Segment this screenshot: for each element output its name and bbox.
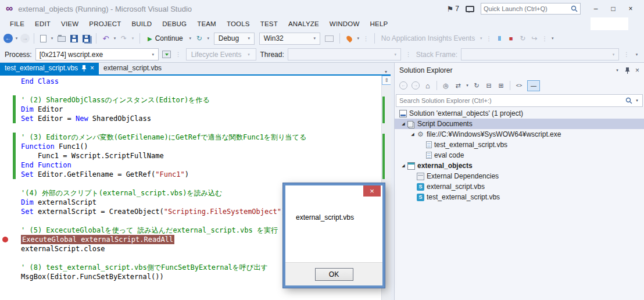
toolbar-grip-icon[interactable]: ⋮ xyxy=(176,51,181,58)
navigate-back-caret-icon[interactable]: ▾ xyxy=(14,36,19,41)
tree-item[interactable]: test_external_script.vbs xyxy=(395,140,644,150)
minimize-button[interactable]: – xyxy=(587,2,604,15)
continue-button[interactable]: ▶ Continue xyxy=(144,34,187,42)
menu-help[interactable]: HELP xyxy=(365,20,393,27)
menu-file[interactable]: FILE xyxy=(5,20,30,27)
redo-caret-icon[interactable]: ▾ xyxy=(130,36,135,41)
insights-caret-icon[interactable]: ▾ xyxy=(356,36,361,41)
menu-team[interactable]: TEAM xyxy=(192,20,221,27)
breakpoint-margin[interactable] xyxy=(0,151,13,160)
tree-item[interactable]: Solution 'external_objects' (1 project) xyxy=(395,108,644,119)
continue-caret-icon[interactable]: ▾ xyxy=(188,36,193,41)
insights-events-caret-icon[interactable]: ▾ xyxy=(478,36,484,41)
sync-with-active-document-icon[interactable]: ⇄ xyxy=(453,80,463,91)
solution-platform-combo[interactable]: Win32 ▾ xyxy=(259,33,320,45)
search-icon[interactable] xyxy=(625,97,632,104)
menu-view[interactable]: VIEW xyxy=(56,20,84,27)
breakpoint-margin[interactable] xyxy=(0,253,13,263)
save-icon[interactable] xyxy=(70,35,78,42)
deploy-target-icon[interactable] xyxy=(325,35,334,42)
quick-launch-input[interactable] xyxy=(484,5,571,12)
forward-icon[interactable]: → xyxy=(410,80,421,91)
menu-debug[interactable]: DEBUG xyxy=(157,20,192,27)
process-icon[interactable] xyxy=(162,51,171,58)
menu-window[interactable]: WINDOW xyxy=(324,20,365,27)
navigate-forward-icon[interactable]: → xyxy=(20,34,30,43)
close-panel-icon[interactable]: × xyxy=(635,66,639,74)
home-icon[interactable]: ⌂ xyxy=(423,80,433,91)
code-line[interactable] xyxy=(0,123,381,133)
stop-debugging-icon[interactable]: ■ xyxy=(506,35,516,42)
code-line[interactable]: End Function xyxy=(0,160,381,170)
split-window-handle-icon[interactable]: ⇕ xyxy=(382,76,391,85)
stack-frame-combo[interactable]: ▾ xyxy=(461,48,619,60)
dialog-ok-button[interactable]: OK xyxy=(315,268,353,281)
tree-item[interactable]: ◢file://C:¥Windows¥SysWOW64¥wscript.exe xyxy=(395,129,644,140)
apply-code-changes-icon[interactable]: ↻ xyxy=(194,34,205,42)
menu-analyze[interactable]: ANALYZE xyxy=(283,20,324,27)
undo-caret-icon[interactable]: ▾ xyxy=(112,36,117,41)
code-line[interactable]: End Class xyxy=(0,77,381,86)
breakpoint-margin[interactable] xyxy=(0,95,13,105)
breakpoint-margin[interactable] xyxy=(0,216,13,226)
breakpoint-margin[interactable] xyxy=(0,179,13,188)
lifecycle-events-button[interactable]: Lifecycle Events ▾ xyxy=(186,48,257,60)
expander-icon[interactable]: ◢ xyxy=(409,132,417,137)
breakpoint-margin[interactable] xyxy=(0,207,13,216)
menu-edit[interactable]: EDIT xyxy=(30,20,56,27)
new-file-icon[interactable] xyxy=(40,35,46,42)
solution-explorer-header[interactable]: Solution Explorer ▾ × xyxy=(395,63,644,78)
pin-icon[interactable] xyxy=(81,65,87,72)
break-all-icon[interactable]: ‖ xyxy=(494,35,505,42)
tab-external-script-vbs[interactable]: external_script.vbs xyxy=(99,62,166,74)
toolbar-grip-icon[interactable]: ⋮ xyxy=(542,35,548,42)
undo-icon[interactable]: ↶ xyxy=(101,34,111,43)
restart-icon[interactable]: ↻ xyxy=(517,34,528,42)
solution-search-input[interactable] xyxy=(399,97,623,104)
dialog-titlebar[interactable]: × xyxy=(285,185,382,198)
quick-launch-box[interactable] xyxy=(481,3,581,15)
collapse-all-icon[interactable]: ⊟ xyxy=(484,80,494,91)
breakpoint-margin[interactable] xyxy=(0,123,13,133)
breakpoint-margin[interactable] xyxy=(0,105,13,114)
tab-list-caret-icon[interactable]: ▾ xyxy=(381,69,391,74)
scope-icon[interactable]: ◎ xyxy=(441,80,451,91)
tree-item[interactable]: External Dependencies xyxy=(395,171,644,181)
step-over-icon[interactable]: ↪ xyxy=(529,34,539,42)
thread-combo[interactable]: ▾ xyxy=(288,48,401,60)
application-insights-icon[interactable] xyxy=(345,34,353,42)
breakpoint-margin[interactable] xyxy=(0,86,13,95)
breakpoint-icon[interactable] xyxy=(2,237,8,242)
toolbar-overflow-icon[interactable]: ▾ xyxy=(550,36,555,41)
toolbar-grip-icon[interactable]: ⋮ xyxy=(406,51,412,58)
pin-icon[interactable] xyxy=(625,67,630,74)
open-file-icon[interactable] xyxy=(58,36,66,42)
apply-caret-icon[interactable]: ▾ xyxy=(206,36,211,41)
code-line[interactable] xyxy=(0,86,381,95)
tree-item[interactable]: external_script.vbs xyxy=(395,181,644,192)
breakpoint-margin[interactable] xyxy=(0,263,13,272)
toolbar-grip-icon[interactable]: ⋮ xyxy=(486,35,492,42)
maximize-button[interactable]: □ xyxy=(604,2,622,15)
tree-item[interactable]: test_external_script.vbs xyxy=(395,192,644,202)
breakpoint-margin[interactable] xyxy=(0,226,13,235)
search-options-caret-icon[interactable]: ▾ xyxy=(635,95,639,106)
tree-item[interactable]: ◢Script Documents xyxy=(395,119,644,129)
tab-test-external-script-vbs[interactable]: test_external_script.vbs × xyxy=(0,62,99,74)
menu-tools[interactable]: TOOLS xyxy=(221,20,255,27)
tree-item[interactable]: ◢external_objects xyxy=(395,160,644,171)
notifications-flag[interactable]: ⚑ 7 xyxy=(447,5,459,13)
code-line[interactable]: ' (3) Editorのメンバ変数(GetFilename)にGetRefで適… xyxy=(0,133,381,142)
process-combo[interactable]: [0x2174] wscript.exe ▾ xyxy=(35,48,159,60)
breakpoint-margin[interactable] xyxy=(0,272,13,281)
navigate-back-icon[interactable]: ← xyxy=(3,34,13,43)
menu-build[interactable]: BUILD xyxy=(126,20,157,27)
tree-item[interactable]: eval code xyxy=(395,150,644,160)
menu-test[interactable]: TEST xyxy=(255,20,283,27)
show-all-files-icon[interactable]: ⊞ xyxy=(496,80,506,91)
breakpoint-margin[interactable] xyxy=(0,170,13,179)
feedback-icon[interactable] xyxy=(466,6,474,12)
code-line[interactable]: ' (2) SharedObjClassのインスタンス(Editor)を作る xyxy=(0,95,381,105)
save-all-icon[interactable] xyxy=(83,35,90,42)
breakpoint-margin[interactable] xyxy=(0,77,13,86)
